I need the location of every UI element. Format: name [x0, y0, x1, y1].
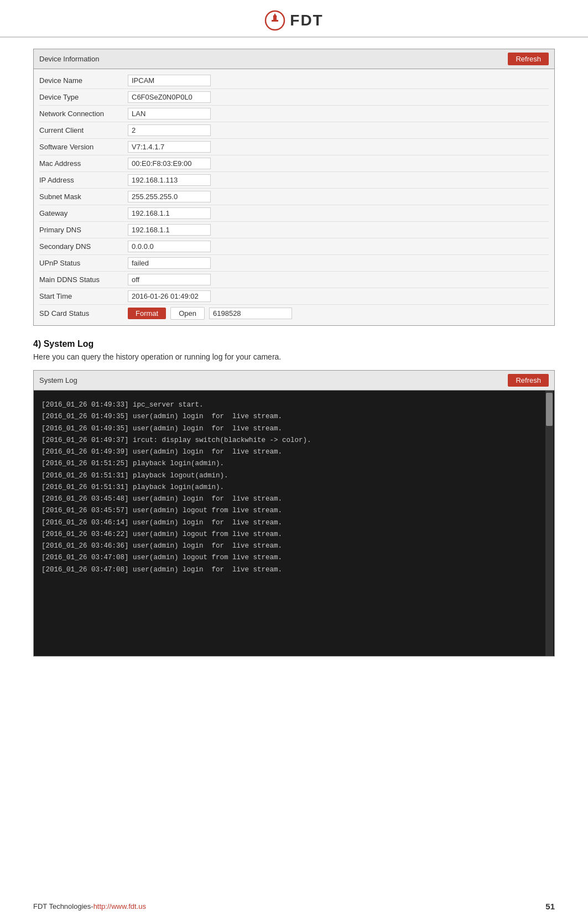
value-software-version: V7:1.4.1.7 — [128, 141, 211, 153]
list-item: [2016_01_26 01:49:33] ipc_server start. — [41, 399, 539, 411]
value-mac-address: 00:E0:F8:03:E9:00 — [128, 158, 211, 169]
page-footer: FDT Technologies-http://www.fdt.us 51 — [0, 902, 588, 911]
list-item: [2016_01_26 01:51:31] playback login(adm… — [41, 482, 539, 493]
log-panel-title: System Log — [39, 376, 77, 384]
list-item: [2016_01_26 01:49:37] ircut: display swi… — [41, 435, 539, 446]
table-row: IP Address 192.168.1.113 — [39, 172, 549, 189]
table-row: UPnP Status failed — [39, 255, 549, 272]
value-ip-address: 192.168.1.113 — [128, 174, 211, 186]
label-start-time: Start Time — [39, 292, 128, 300]
label-current-client: Current Client — [39, 126, 128, 134]
table-row: Device Type C6F0SeZ0N0P0L0 — [39, 89, 549, 106]
label-network-connection: Network Connection — [39, 110, 128, 118]
label-device-name: Device Name — [39, 76, 128, 85]
list-item: [2016_01_26 03:45:57] user(admin) logout… — [41, 505, 539, 517]
table-row: Mac Address 00:E0:F8:03:E9:00 — [39, 155, 549, 172]
list-item: [2016_01_26 03:46:14] user(admin) login … — [41, 517, 539, 529]
device-info-panel: Device Information Refresh Device Name I… — [33, 49, 555, 326]
device-info-table: Device Name IPCAM Device Type C6F0SeZ0N0… — [34, 69, 554, 325]
list-item: [2016_01_26 03:47:08] user(admin) logout… — [41, 552, 539, 564]
fdt-logo-icon — [264, 10, 285, 31]
value-upnp-status: failed — [128, 257, 211, 269]
table-row: Start Time 2016-01-26 01:49:02 — [39, 288, 549, 305]
log-panel-header: System Log Refresh — [34, 371, 554, 391]
table-row: Subnet Mask 255.255.255.0 — [39, 189, 549, 205]
list-item: [2016_01_26 03:46:36] user(admin) login … — [41, 540, 539, 552]
device-refresh-button[interactable]: Refresh — [508, 53, 549, 65]
device-info-title: Device Information — [39, 55, 99, 63]
table-row: Device Name IPCAM — [39, 72, 549, 89]
label-device-type: Device Type — [39, 93, 128, 101]
label-sd-card-status: SD Card Status — [39, 309, 128, 318]
value-gateway: 192.168.1.1 — [128, 207, 211, 219]
page-header: FDT — [0, 0, 588, 38]
list-item: [2016_01_26 03:46:22] user(admin) logout… — [41, 529, 539, 540]
table-row: Software Version V7:1.4.1.7 — [39, 139, 549, 155]
main-content: Device Information Refresh Device Name I… — [0, 38, 588, 668]
system-log-panel: System Log Refresh [2016_01_26 01:49:33]… — [33, 370, 555, 657]
list-item: [2016_01_26 03:47:08] user(admin) login … — [41, 564, 539, 576]
label-ip-address: IP Address — [39, 176, 128, 184]
table-row: Current Client 2 — [39, 122, 549, 139]
format-button[interactable]: Format — [128, 308, 166, 319]
value-sd-card-size: 6198528 — [209, 308, 292, 319]
svg-rect-3 — [272, 20, 278, 22]
table-row: SD Card Status Format Open 6198528 — [39, 305, 549, 322]
footer-brand-text: FDT Technologies- — [33, 902, 93, 910]
system-log-heading: 4) System Log — [33, 339, 555, 349]
list-item: [2016_01_26 01:51:25] playback login(adm… — [41, 458, 539, 470]
log-refresh-button[interactable]: Refresh — [508, 374, 549, 387]
logo-text: FDT — [290, 12, 323, 29]
label-ddns-status: Main DDNS Status — [39, 275, 128, 284]
table-row: Gateway 192.168.1.1 — [39, 205, 549, 222]
value-device-name: IPCAM — [128, 75, 211, 86]
value-network-connection: LAN — [128, 108, 211, 119]
label-subnet-mask: Subnet Mask — [39, 192, 128, 201]
label-upnp-status: UPnP Status — [39, 259, 128, 267]
list-item: [2016_01_26 03:45:48] user(admin) login … — [41, 493, 539, 505]
value-subnet-mask: 255.255.255.0 — [128, 191, 211, 202]
list-item: [2016_01_26 01:49:35] user(admin) login … — [41, 423, 539, 435]
label-mac-address: Mac Address — [39, 159, 128, 168]
device-info-panel-header: Device Information Refresh — [34, 49, 554, 69]
label-primary-dns: Primary DNS — [39, 226, 128, 234]
list-item: [2016_01_26 01:51:31] playback logout(ad… — [41, 470, 539, 482]
sd-card-controls: Format Open 6198528 — [128, 307, 292, 320]
logo: FDT — [264, 10, 323, 31]
list-item: [2016_01_26 01:49:35] user(admin) login … — [41, 411, 539, 423]
open-button[interactable]: Open — [170, 307, 205, 320]
system-log-description: Here you can query the history operation… — [33, 352, 555, 361]
log-lines-container[interactable]: [2016_01_26 01:49:33] ipc_server start. … — [41, 399, 547, 576]
label-gateway: Gateway — [39, 209, 128, 217]
table-row: Primary DNS 192.168.1.1 — [39, 222, 549, 238]
value-start-time: 2016-01-26 01:49:02 — [128, 290, 211, 302]
table-row: Main DDNS Status off — [39, 272, 549, 288]
value-device-type: C6F0SeZ0N0P0L0 — [128, 91, 211, 103]
log-scrollbar-thumb — [546, 393, 553, 426]
footer-link[interactable]: http://www.fdt.us — [93, 902, 146, 910]
log-body: [2016_01_26 01:49:33] ipc_server start. … — [34, 391, 554, 656]
table-row: Secondary DNS 0.0.0.0 — [39, 238, 549, 255]
value-primary-dns: 192.168.1.1 — [128, 224, 211, 236]
table-row: Network Connection LAN — [39, 106, 549, 122]
value-secondary-dns: 0.0.0.0 — [128, 241, 211, 252]
label-secondary-dns: Secondary DNS — [39, 242, 128, 251]
value-current-client: 2 — [128, 124, 211, 136]
value-ddns-status: off — [128, 274, 211, 285]
footer-page-number: 51 — [545, 902, 555, 911]
footer-brand: FDT Technologies-http://www.fdt.us — [33, 902, 146, 910]
label-software-version: Software Version — [39, 143, 128, 151]
log-scrollbar[interactable] — [545, 391, 553, 656]
list-item: [2016_01_26 01:49:39] user(admin) login … — [41, 446, 539, 458]
